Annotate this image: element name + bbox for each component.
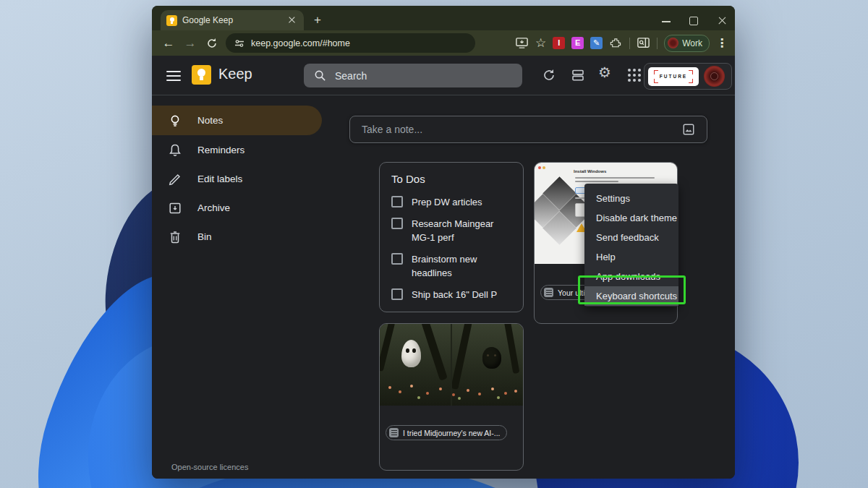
- lightbulb-icon: [168, 114, 182, 128]
- trash-icon: [168, 230, 182, 244]
- menu-item-send-feedback[interactable]: Send feedback: [584, 228, 678, 247]
- keep-header: Keep Search ⚙ FUTURE: [152, 56, 735, 95]
- text-line: [575, 181, 618, 182]
- note-label-chip[interactable]: I tried Midjourney's new AI-...: [386, 425, 507, 440]
- window-minimize-button[interactable]: [662, 21, 671, 22]
- checkbox-icon[interactable]: [391, 288, 403, 300]
- profile-avatar-icon: [668, 38, 678, 48]
- reload-icon[interactable]: [201, 38, 223, 49]
- note-card-todo[interactable]: To Dos Prep DW articles Research Maingea…: [379, 162, 524, 312]
- text-line: [575, 177, 655, 179]
- toolbar-divider: [657, 38, 658, 49]
- extension-badge-i-icon[interactable]: I: [553, 37, 565, 49]
- sidebar-label: Archive: [197, 202, 230, 213]
- extension-badge-e-icon[interactable]: E: [571, 37, 584, 49]
- browser-toolbar: ← → keep.google.com/#home ☆ I E ✎ Work ⋮: [152, 30, 735, 56]
- back-icon[interactable]: ←: [158, 36, 179, 51]
- take-a-note-placeholder: Take a note...: [362, 124, 682, 135]
- new-tab-button[interactable]: +: [312, 15, 323, 25]
- note-card-midjourney[interactable]: I tried Midjourney's new AI-...: [379, 323, 524, 471]
- checklist-item[interactable]: Research Maingear MG-1 perf: [391, 217, 511, 245]
- checklist-item[interactable]: Prep DW articles: [391, 195, 511, 210]
- note-title: To Dos: [391, 173, 511, 185]
- keep-favicon-icon: [166, 15, 177, 26]
- bootcamp-title: Install Windows: [574, 169, 606, 174]
- side-panel-search-icon[interactable]: [637, 36, 650, 50]
- list-view-toggle-icon[interactable]: [571, 68, 585, 82]
- checklist-item[interactable]: Brainstorm new headlines: [391, 252, 511, 281]
- sidebar-label: Edit labels: [197, 174, 242, 184]
- browser-window: Google Keep + ← → keep.google.com/#home …: [152, 6, 735, 479]
- checkbox-icon[interactable]: [391, 196, 403, 207]
- sidebar-item-bin[interactable]: Bin: [152, 222, 322, 252]
- mac-close-dot-icon: [538, 166, 541, 169]
- checkbox-icon[interactable]: [391, 253, 403, 265]
- brand-logo: FUTURE: [648, 67, 699, 86]
- image-seam: [451, 324, 452, 406]
- forward-icon[interactable]: →: [179, 36, 201, 51]
- checklist-item[interactable]: Ship back 16" Dell P: [391, 288, 511, 302]
- menu-item-disable-dark-theme[interactable]: Disable dark theme: [584, 208, 678, 228]
- sidebar-label: Bin: [197, 231, 212, 242]
- sidebar-label: Reminders: [197, 145, 244, 155]
- menu-item-help[interactable]: Help: [584, 247, 678, 267]
- flower-scatter: [388, 386, 391, 389]
- install-app-icon[interactable]: [515, 36, 529, 50]
- creature-figure: [482, 347, 501, 369]
- extensions-puzzle-icon[interactable]: [609, 36, 623, 50]
- app-title[interactable]: Keep: [218, 66, 252, 82]
- keep-logo-icon[interactable]: [192, 65, 211, 85]
- menu-item-settings[interactable]: Settings: [584, 189, 678, 208]
- annotation-highlight-box: [578, 275, 686, 304]
- pencil-icon: [168, 172, 182, 187]
- sidebar-item-notes[interactable]: Notes: [152, 106, 322, 135]
- sidebar-item-reminders[interactable]: Reminders: [152, 135, 322, 165]
- profile-label: Work: [682, 38, 702, 48]
- tab-strip: Google Keep +: [152, 6, 735, 30]
- google-apps-grid-icon[interactable]: [628, 69, 641, 82]
- address-bar[interactable]: keep.google.com/#home: [226, 33, 475, 53]
- new-note-with-image-icon[interactable]: [682, 123, 695, 136]
- search-input[interactable]: Search: [304, 64, 522, 87]
- take-a-note-input[interactable]: Take a note...: [349, 116, 707, 143]
- settings-gear-icon[interactable]: ⚙: [598, 64, 611, 81]
- search-icon: [314, 69, 326, 82]
- document-icon: [544, 288, 553, 297]
- bookmark-star-icon[interactable]: ☆: [535, 35, 546, 51]
- search-placeholder: Search: [335, 70, 367, 82]
- refresh-icon[interactable]: [542, 68, 556, 82]
- profile-chip[interactable]: Work: [664, 35, 710, 52]
- browser-menu-kebab-icon[interactable]: ⋮: [716, 36, 728, 50]
- document-icon: [389, 428, 399, 437]
- archive-icon: [168, 201, 182, 215]
- keep-main-area: Notes Reminders Edit labels Archive Bin …: [152, 95, 735, 479]
- brand-logo-text: FUTURE: [660, 74, 687, 79]
- sidebar-item-archive[interactable]: Archive: [152, 193, 322, 223]
- toolbar-divider: [629, 38, 630, 49]
- site-settings-icon[interactable]: [234, 38, 244, 48]
- url-text: keep.google.com/#home: [251, 38, 350, 48]
- open-source-licences-link[interactable]: Open-source licences: [171, 463, 248, 471]
- ghost-figure: [401, 340, 421, 367]
- account-avatar[interactable]: [704, 66, 725, 87]
- account-area[interactable]: FUTURE: [644, 63, 732, 90]
- extension-badge-edit-icon[interactable]: ✎: [590, 37, 603, 49]
- window-close-button[interactable]: [716, 16, 726, 26]
- sidebar-label: Notes: [197, 115, 223, 126]
- tab-close-icon[interactable]: [286, 14, 298, 26]
- browser-tab[interactable]: Google Keep: [161, 10, 304, 30]
- sidebar-item-edit-labels[interactable]: Edit labels: [152, 164, 322, 194]
- window-maximize-button[interactable]: [689, 17, 698, 25]
- bell-icon: [168, 143, 182, 158]
- checkbox-icon[interactable]: [391, 218, 403, 229]
- main-menu-hamburger-icon[interactable]: [166, 68, 181, 82]
- mac-minimize-dot-icon: [542, 166, 545, 169]
- tab-title: Google Keep: [182, 15, 281, 25]
- mac-zoom-dot-icon: [547, 166, 550, 169]
- note-image-ghost-forest: [380, 324, 523, 406]
